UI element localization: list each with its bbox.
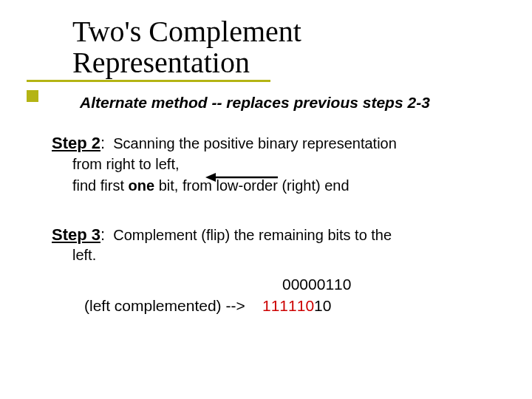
step3-label: Step 3 <box>52 225 100 244</box>
binary-original: 00000110 <box>282 275 495 294</box>
step3-line1: Step 3: Complement (flip) the remaining … <box>52 225 495 245</box>
binary-result-rest: 10 <box>314 297 331 314</box>
alternate-method: Alternate method -- replaces previous st… <box>80 93 495 112</box>
accent-square <box>27 90 38 102</box>
slide: Two's Complement Representation Alternat… <box>0 0 532 399</box>
step3-text-a: Complement (flip) the remaining bits to … <box>113 227 392 243</box>
title-block: Two's Complement Representation <box>72 16 301 78</box>
step2-text-b: from right to left, <box>72 155 495 174</box>
step-3: Step 3: Complement (flip) the remaining … <box>52 225 495 316</box>
step2-text-c: find first one bit, from low-order (righ… <box>72 177 495 195</box>
step2-text-a: Scanning the positive binary representat… <box>113 135 397 151</box>
step2-text-c-post: bit, from low-order (right) end <box>154 177 349 194</box>
binary-result-row: (left complemented) --> 11111010 <box>84 296 495 316</box>
title-line2: Representation <box>72 47 301 78</box>
step2-colon: : <box>100 134 105 152</box>
binary-block: 00000110 (left complemented) --> 1111101… <box>52 275 495 316</box>
step2-label: Step 2 <box>52 134 100 152</box>
step2-text-c-bold: one <box>129 177 155 194</box>
step-2: Step 2: Scanning the positive binary rep… <box>52 133 495 195</box>
step3-text-b: left. <box>72 246 495 265</box>
binary-result-red: 111110 <box>262 297 314 314</box>
left-complemented-label: (left complemented) --> <box>84 297 245 314</box>
title-line1: Two's Complement <box>72 16 301 47</box>
content: Alternate method -- replaces previous st… <box>52 93 495 323</box>
step2-text-c-pre: find first <box>72 177 129 194</box>
step2-line1: Step 2: Scanning the positive binary rep… <box>52 133 495 154</box>
title-underline <box>27 80 270 82</box>
step3-colon: : <box>100 225 105 244</box>
